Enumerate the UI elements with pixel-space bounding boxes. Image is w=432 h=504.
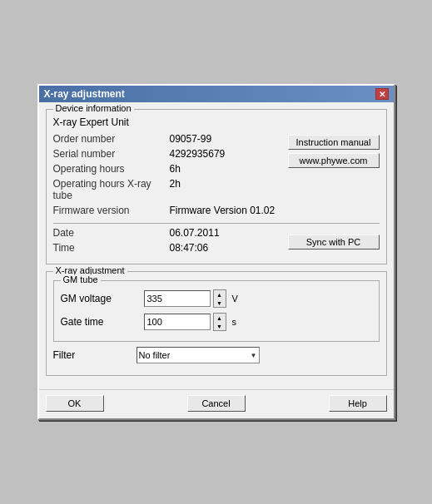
order-number-row: Order number 09057-99 <box>53 133 281 145</box>
window-content: Device information X-ray Expert Unit Ord… <box>39 102 394 389</box>
gm-voltage-label: GM voltage <box>61 293 144 304</box>
gm-voltage-input[interactable] <box>144 290 211 307</box>
filter-row: Filter No filter Filter 1 Filter 2 Filte… <box>53 347 380 363</box>
operating-hours-row: Operating hours 6h <box>53 163 281 175</box>
date-label: Date <box>53 227 170 239</box>
device-info-layout: Order number 09057-99 Serial number 4292… <box>53 133 380 220</box>
gm-voltage-up-button[interactable]: ▲ <box>214 290 226 299</box>
title-bar: X-ray adjustment ✕ <box>39 86 394 102</box>
order-number-label: Order number <box>53 133 170 145</box>
device-info-group: Device information X-ray Expert Unit Ord… <box>46 109 387 264</box>
instruction-manual-button[interactable]: Instruction manual <box>288 135 380 150</box>
separator <box>53 223 380 224</box>
main-window: X-ray adjustment ✕ Device information X-… <box>37 84 395 420</box>
xray-adjustment-group: X-ray adjustment GM tube GM voltage ▲ ▼ … <box>46 271 387 376</box>
firmware-version-row: Firmware version Firmware Version 01.02 <box>53 205 281 216</box>
filter-select-wrapper: No filter Filter 1 Filter 2 Filter 3 <box>137 347 260 363</box>
gm-voltage-row: GM voltage ▲ ▼ V <box>61 289 372 308</box>
sync-with-pc-button[interactable]: Sync with PC <box>288 235 380 250</box>
gate-time-spinner: ▲ ▼ s <box>144 313 237 331</box>
date-row: Date 06.07.2011 <box>53 227 281 239</box>
gm-tube-group: GM tube GM voltage ▲ ▼ V <box>53 280 380 342</box>
serial-number-row: Serial number 4292935679 <box>53 148 281 160</box>
date-value: 06.07.2011 <box>170 227 220 239</box>
time-value: 08:47:06 <box>170 242 209 254</box>
gate-time-down-button[interactable]: ▼ <box>214 322 226 330</box>
filter-label: Filter <box>53 349 137 361</box>
ok-button[interactable]: OK <box>46 395 104 412</box>
gm-voltage-unit: V <box>232 294 238 304</box>
operating-hours-value: 6h <box>170 163 181 175</box>
gm-voltage-spinner-buttons: ▲ ▼ <box>213 289 226 308</box>
gate-time-input[interactable] <box>144 314 211 330</box>
close-button[interactable]: ✕ <box>375 88 389 100</box>
gate-time-up-button[interactable]: ▲ <box>214 314 226 322</box>
cancel-button[interactable]: Cancel <box>187 395 246 412</box>
device-info-rows: Order number 09057-99 Serial number 4292… <box>53 133 281 220</box>
operating-hours-tube-label: Operating hours X-ray tube <box>53 178 170 201</box>
gm-tube-title: GM tube <box>61 274 101 284</box>
window-title: X-ray adjustment <box>44 88 125 100</box>
device-info-buttons: Instruction manual www.phywe.com <box>288 133 380 220</box>
gate-time-unit: s <box>232 317 237 327</box>
gm-voltage-down-button[interactable]: ▼ <box>214 299 226 307</box>
sync-col: Sync with PC <box>288 227 380 257</box>
operating-hours-tube-value: 2h <box>170 178 181 190</box>
serial-number-label: Serial number <box>53 148 170 160</box>
serial-number-value: 4292935679 <box>170 148 226 160</box>
time-row: Time 08:47:06 <box>53 242 281 254</box>
date-time-layout: Date 06.07.2011 Time 08:47:06 Sync with … <box>53 227 380 257</box>
firmware-version-value: Firmware Version 01.02 <box>170 205 276 216</box>
help-button[interactable]: Help <box>329 395 387 412</box>
time-label: Time <box>53 242 170 254</box>
order-number-value: 09057-99 <box>170 133 212 145</box>
device-info-title: Device information <box>53 103 134 113</box>
phywe-website-button[interactable]: www.phywe.com <box>288 153 380 168</box>
gate-time-row: Gate time ▲ ▼ s <box>61 313 372 331</box>
filter-select[interactable]: No filter Filter 1 Filter 2 Filter 3 <box>137 347 260 363</box>
operating-hours-label: Operating hours <box>53 163 170 175</box>
date-time-rows: Date 06.07.2011 Time 08:47:06 <box>53 227 281 257</box>
device-unit-name: X-ray Expert Unit <box>53 116 380 128</box>
gm-voltage-spinner: ▲ ▼ V <box>144 289 238 308</box>
gate-time-label: Gate time <box>61 316 144 328</box>
operating-hours-tube-row: Operating hours X-ray tube 2h <box>53 178 281 201</box>
gate-time-spinner-buttons: ▲ ▼ <box>213 313 226 331</box>
firmware-version-label: Firmware version <box>53 205 170 216</box>
bottom-bar: OK Cancel Help <box>39 389 394 418</box>
